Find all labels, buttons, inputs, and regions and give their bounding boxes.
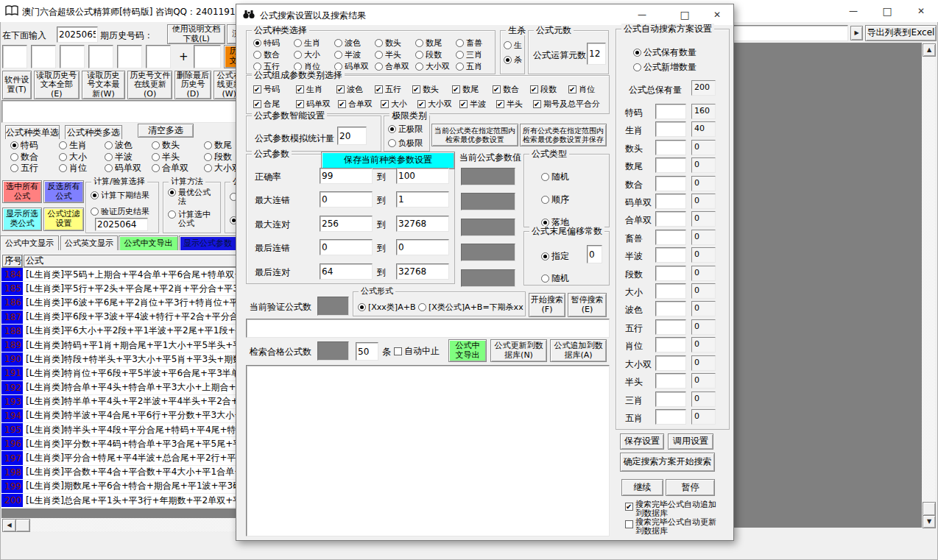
compose-param-checkbox[interactable]: 大小双 <box>417 99 459 110</box>
compose-param-checkbox[interactable]: 码单双 <box>296 99 338 110</box>
param-to-input[interactable] <box>396 263 449 280</box>
auto-stop-checkbox[interactable]: 自动中止 <box>394 345 440 358</box>
param-to-input[interactable] <box>396 191 449 208</box>
scheme-row-input[interactable] <box>655 355 686 371</box>
compose-param-checkbox[interactable]: 肖位 <box>568 84 595 95</box>
scheme-row-input[interactable] <box>655 176 686 191</box>
toolbar-button[interactable]: 读取历史号文本最新(W) <box>82 71 125 99</box>
pause-search-button[interactable]: 暂停搜索(E) <box>568 293 607 317</box>
tab-kind-single[interactable]: 公式种类单选 <box>5 125 60 139</box>
search-results-list[interactable] <box>246 365 610 536</box>
compose-param-checkbox[interactable]: 合单双 <box>338 99 381 110</box>
compose-param-checkbox[interactable]: 五行 <box>375 84 412 95</box>
number-box-5[interactable] <box>117 45 142 68</box>
save-settings-button[interactable]: 保存设置 <box>620 433 664 450</box>
main-kind-radio[interactable]: 码单双 <box>105 163 152 174</box>
history-text-area[interactable] <box>1 100 244 123</box>
dialog-kind-radio[interactable]: 段数 <box>415 49 456 60</box>
compose-param-checkbox[interactable]: 号码 <box>253 84 296 95</box>
main-minimize-button[interactable]: — <box>836 0 870 22</box>
offset-random-radio[interactable]: 随机 <box>541 272 569 285</box>
dialog-minimize-button[interactable]: — <box>626 4 658 25</box>
param-from-input[interactable] <box>320 191 373 208</box>
param-from-input[interactable] <box>320 263 373 280</box>
scheme-row-input[interactable] <box>655 211 686 227</box>
verify-period-input[interactable] <box>95 218 148 231</box>
start-search-button[interactable]: 开始搜索(F) <box>529 293 565 317</box>
number-box-special[interactable] <box>194 45 221 68</box>
formula-type-radio[interactable]: 随机 <box>541 171 569 183</box>
scheme-row-input[interactable] <box>655 391 686 407</box>
export-excel-button[interactable]: 导出列表到Excel <box>865 25 937 41</box>
scheme-row-input[interactable] <box>655 337 686 352</box>
main-kind-radio[interactable]: 肖位 <box>59 163 105 174</box>
main-close-button[interactable]: ✕ <box>904 0 938 22</box>
number-box-2[interactable] <box>31 45 56 68</box>
main-maximize-button[interactable]: □ <box>870 0 904 22</box>
scheme-row-input[interactable] <box>655 283 686 299</box>
param-to-input[interactable] <box>396 168 449 184</box>
scheme-row-input[interactable] <box>655 194 686 209</box>
tab-show-formula-params[interactable]: 显示公式参数 <box>179 235 236 250</box>
compose-param-checkbox[interactable]: 数尾 <box>452 84 493 95</box>
main-kind-radio[interactable]: 波色 <box>105 140 152 152</box>
dialog-kind-radio[interactable]: 三肖 <box>456 49 496 60</box>
help-doc-button[interactable]: 使用说明文档下载(L) <box>167 24 225 44</box>
dialog-kind-radio[interactable]: 生肖 <box>294 37 334 49</box>
dialog-kind-radio[interactable]: 波色 <box>334 37 375 49</box>
period-input[interactable] <box>57 26 98 43</box>
scheme-row-input[interactable] <box>655 104 686 119</box>
dialog-kind-radio[interactable]: 数尾 <box>415 37 456 49</box>
clear-multi-button[interactable]: 清空多选 <box>138 124 194 138</box>
scheme-row-input[interactable] <box>655 373 686 389</box>
hscroll-left-button[interactable]: ◀ <box>2 519 16 532</box>
hscroll-thumb[interactable] <box>15 519 30 532</box>
optimal-formula-radio[interactable]: 最优公式法 <box>168 188 214 206</box>
compose-param-checkbox[interactable]: 生肖 <box>296 84 336 95</box>
main-kind-radio[interactable]: 大小 <box>59 152 105 163</box>
auto-update-checkbox[interactable]: 搜索完毕公式自动更新到数据库 <box>625 518 716 535</box>
toolbar-button[interactable]: 删除最后历史号(D) <box>174 71 211 99</box>
right-toolbar-next-button[interactable]: ▶ <box>850 26 863 40</box>
main-kind-radio[interactable]: 合单双 <box>152 163 204 174</box>
tab-formula-chinese[interactable]: 公式中文显示 <box>0 235 59 250</box>
dialog-kind-radio[interactable]: 数头 <box>375 37 415 49</box>
scheme-row-input[interactable] <box>655 247 686 263</box>
formula-filter-settings-button[interactable]: 公式过滤设置 <box>43 208 84 231</box>
continue-button[interactable]: 继续 <box>621 479 663 496</box>
compose-param-checkbox[interactable]: 波色 <box>336 84 375 95</box>
vscroll-thumb[interactable] <box>923 502 936 516</box>
update-db-button[interactable]: 公式更新到数据库(N) <box>490 339 547 362</box>
calc-selected-radio[interactable]: 计算选中公式 <box>168 210 214 228</box>
dialog-kind-radio[interactable]: 特码 <box>253 37 294 49</box>
sha-radio[interactable]: 杀 <box>504 54 522 65</box>
toolbar-button[interactable]: 读取历史号文本全部(E) <box>34 71 80 99</box>
new-quantity-radio[interactable]: 公式新增数量 <box>633 61 697 74</box>
invert-all-formulas-button[interactable]: 反选所有公式 <box>43 180 84 203</box>
scheme-row-input[interactable] <box>655 409 686 425</box>
number-box-6[interactable] <box>146 45 171 68</box>
scheme-row-input[interactable] <box>655 319 686 335</box>
dialog-kind-radio[interactable]: 五肖 <box>456 60 496 72</box>
param-from-input[interactable] <box>320 239 373 255</box>
scheme-row-input[interactable] <box>655 121 686 137</box>
dialog-maximize-button[interactable]: □ <box>669 4 701 25</box>
dialog-kind-radio[interactable]: 半头 <box>375 49 415 60</box>
main-kind-radio[interactable]: 数头 <box>152 140 204 152</box>
scheme-row-input[interactable] <box>655 157 686 173</box>
toolbar-button[interactable]: 历史号文件在线更新(O) <box>127 71 173 99</box>
toolbar-button[interactable]: 软件设置(T) <box>2 71 32 99</box>
keep-quantity-radio[interactable]: 公式保有数量 <box>633 46 697 59</box>
scheme-row-input[interactable] <box>655 301 686 316</box>
dialog-close-button[interactable]: ✕ <box>701 4 733 25</box>
compose-param-checkbox[interactable]: 大小 <box>381 99 417 110</box>
param-from-input[interactable] <box>320 168 373 184</box>
offset-value-input[interactable] <box>587 245 602 263</box>
offset-specify-radio[interactable]: 指定 <box>541 250 569 263</box>
main-kind-radio[interactable]: 生肖 <box>59 140 105 152</box>
qualified-limit-input[interactable] <box>356 342 378 361</box>
show-selected-class-button[interactable]: 显示所选类公式 <box>2 208 42 231</box>
compose-param-checkbox[interactable]: 合尾 <box>253 99 296 110</box>
confirm-search-button[interactable]: 确定搜索方案开始搜索 <box>620 453 715 472</box>
yuanshu-input[interactable] <box>587 43 606 65</box>
